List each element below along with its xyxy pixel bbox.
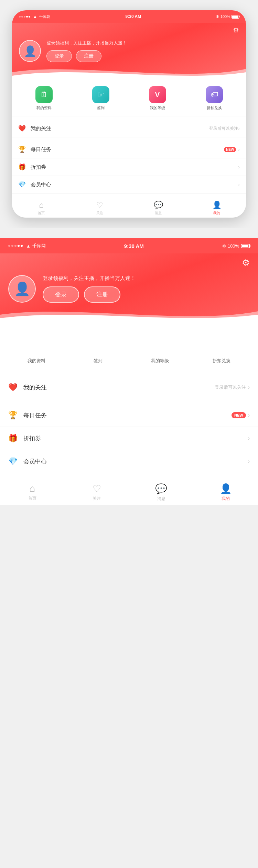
daily-chevron-full: › [248, 412, 250, 418]
signal-dot-5 [29, 16, 30, 18]
my-follow-item[interactable]: ❤️ 我的关注 登录后可以关注 › [12, 120, 246, 137]
daily-task-label-full: 每日任务 [23, 411, 232, 419]
wifi-full-icon: ▲ [26, 243, 31, 249]
my-profile-icon: 🗓 [40, 90, 48, 99]
hero-section-full: ⚙ 👤 登录领福利，关注主播，开播当万人迷！ 登录 注册 [0, 253, 258, 323]
icon-checkin[interactable]: ☞ 签到 [92, 86, 109, 111]
signal-dot-2 [21, 16, 23, 18]
message-icon: 💬 [154, 201, 163, 210]
follow-hint-full: 登录后可以关注 [215, 384, 246, 390]
status-bar-full: ▲ 千库网 9:30 AM ✻ 100% [0, 238, 258, 253]
signal-dot-3 [24, 16, 25, 18]
follow-label: 我的关注 [31, 125, 209, 132]
vip-label: 会员中心 [31, 181, 238, 188]
icon-full-profile[interactable]: 🗓 我的资料 [25, 333, 47, 364]
daily-task-item[interactable]: 🏆 每日任务 NEW › [12, 141, 246, 158]
discount-icon-box-full: 🏷 [211, 333, 233, 355]
daily-task-full[interactable]: 🏆 每日任务 NEW › [0, 404, 258, 427]
follow-item-full[interactable]: ❤️ 我的关注 登录后可以关注 › [0, 376, 258, 399]
battery-full-fill [242, 245, 248, 247]
battery-fill [232, 15, 238, 18]
settings-button[interactable]: ⚙ [233, 26, 239, 34]
profile-icon-box-full: 🗓 [25, 333, 47, 355]
daily-task-icon-full: 🏆 [8, 411, 19, 420]
vip-label-full: 会员中心 [23, 458, 246, 466]
discount-icon: 🏷 [211, 90, 218, 99]
my-level-icon-box: V [149, 86, 166, 103]
vip-chevron-full: › [248, 458, 250, 464]
daily-task-chevron: › [238, 147, 240, 152]
icon-grid-full: 🗓 我的资料 ☞ 签到 V 我的等级 🏷 折扣兑换 [0, 323, 258, 371]
sig1 [8, 245, 10, 247]
status-left: ▲ 千库网 [19, 14, 51, 19]
hero-full-wave [0, 303, 258, 323]
icon-my-profile[interactable]: 🗓 我的资料 [35, 86, 53, 111]
nav-message[interactable]: 💬 消息 [129, 201, 187, 216]
avatar-full-icon: 👤 [14, 281, 30, 296]
nav-mine[interactable]: 👤 我的 [187, 201, 246, 216]
time-full: 9:30 AM [124, 243, 144, 249]
coupon-full[interactable]: 🎁 折扣券 › [0, 427, 258, 450]
register-button-full[interactable]: 注册 [84, 286, 120, 303]
nav-message-full[interactable]: 💬 消息 [129, 483, 194, 502]
home-icon-full: ⌂ [29, 483, 35, 494]
login-button-full[interactable]: 登录 [43, 286, 79, 303]
status-bar-small: ▲ 千库网 9:30 AM ✻ 100% [12, 10, 246, 23]
discount-icon-full: 🏷 [217, 338, 226, 350]
sig5 [21, 245, 23, 247]
vip-icon-full: 💎 [8, 457, 19, 466]
icon-my-level[interactable]: V 我的等级 [149, 86, 166, 111]
my-profile-icon-box: 🗓 [35, 86, 53, 103]
follow-label-full: 我的关注 [23, 384, 215, 391]
carrier-name: 千库网 [39, 14, 51, 19]
icon-discount[interactable]: 🏷 折扣兑换 [206, 86, 223, 111]
hero-full-profile: 👤 登录领福利，关注主播，开播当万人迷！ 登录 注册 [8, 275, 250, 303]
signal-dot-4 [26, 16, 28, 18]
login-button[interactable]: 登录 [46, 50, 72, 62]
nav-home-full[interactable]: ⌂ 首页 [0, 483, 65, 502]
message-label-full: 消息 [157, 496, 165, 502]
bottom-nav-small: ⌂ 首页 ♡ 关注 💬 消息 👤 我的 [12, 197, 246, 218]
nav-follow-full[interactable]: ♡ 关注 [65, 483, 129, 502]
nav-mine-full[interactable]: 👤 我的 [194, 483, 258, 502]
hero-section-small: ⚙ 👤 登录领福利，关注主播，开播当万人迷！ 登录 注册 [12, 23, 246, 79]
hero-tagline: 登录领福利，关注主播，开播当万人迷！ [46, 40, 239, 46]
follow-chevron-full: › [248, 384, 250, 390]
sig4 [18, 245, 20, 247]
battery-percent: 100% [221, 14, 230, 19]
vip-item[interactable]: 💎 会员中心 › [12, 176, 246, 194]
vip-icon: 💎 [18, 181, 27, 188]
nav-home[interactable]: ⌂ 首页 [12, 201, 71, 216]
register-button[interactable]: 注册 [76, 50, 101, 62]
coupon-chevron: › [238, 164, 240, 170]
coupon-item[interactable]: 🎁 折扣券 › [12, 158, 246, 176]
wifi-icon: ▲ [33, 14, 37, 19]
follow-nav-icon: ♡ [96, 201, 103, 210]
profile-icon-full: 🗓 [32, 338, 41, 350]
icon-grid-small: 🗓 我的资料 ☞ 签到 V 我的等级 🏷 折扣兑换 [12, 79, 246, 116]
settings-button-full[interactable]: ⚙ [242, 258, 250, 268]
bluetooth-icon: ✻ [216, 14, 219, 19]
carrier-full: 千库网 [32, 243, 46, 249]
checkin-icon-box: ☞ [92, 86, 109, 103]
discount-icon-box: 🏷 [206, 86, 223, 103]
status-left-full: ▲ 千库网 [8, 243, 46, 249]
icon-full-level[interactable]: V 我的等级 [149, 333, 171, 364]
vip-full[interactable]: 💎 会员中心 › [0, 450, 258, 473]
signal-dot-1 [19, 16, 21, 18]
icon-full-checkin[interactable]: ☞ 签到 [87, 333, 109, 364]
follow-heart-full: ❤️ [8, 383, 19, 392]
main-list-section: 🏆 每日任务 NEW › 🎁 折扣券 › 💎 会员中心 › [12, 141, 246, 194]
nav-follow[interactable]: ♡ 关注 [71, 201, 129, 216]
hero-full-info: 登录领福利，关注主播，开播当万人迷！ 登录 注册 [43, 275, 250, 303]
sig2 [11, 245, 13, 247]
mine-nav-icon: 👤 [212, 201, 222, 210]
level-icon-full: V [157, 339, 163, 349]
main-list-full: 🏆 每日任务 NEW › 🎁 折扣券 › 💎 会员中心 › [0, 404, 258, 473]
my-level-label: 我的等级 [150, 105, 165, 111]
phone-frame-small: ▲ 千库网 9:30 AM ✻ 100% ⚙ 👤 登录领福利，关注主播，开播当万… [12, 10, 246, 218]
coupon-chevron-full: › [248, 435, 250, 441]
full-screen: ▲ 千库网 9:30 AM ✻ 100% ⚙ 👤 登录领福利，关注主播，开播当万… [0, 238, 258, 505]
icon-full-discount[interactable]: 🏷 折扣兑换 [211, 333, 233, 364]
follow-icon-full: ♡ [93, 483, 101, 494]
